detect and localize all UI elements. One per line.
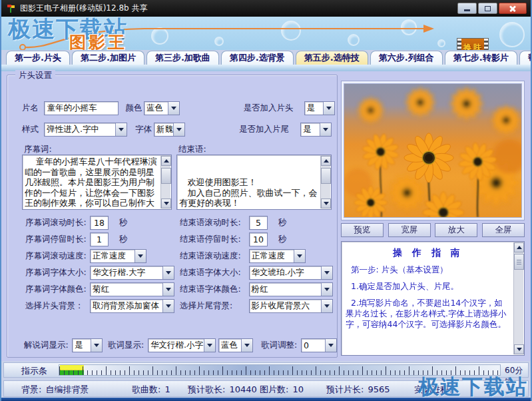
narration-display-select[interactable]: 是 <box>72 338 103 352</box>
epilogue-stay-duration-input[interactable]: 10 <box>249 232 268 246</box>
guide-title: 操 作 指 南 <box>346 247 511 258</box>
chevron-down-icon[interactable] <box>321 300 332 312</box>
statusbar: 背景:自编排背景 歌曲数:1 预计歌长:10440 图片数:10 预计片长:95… <box>3 380 529 397</box>
lyrics-adjust-select[interactable]: 0 <box>301 338 337 352</box>
maximize-button[interactable] <box>478 3 497 14</box>
change-skin-button[interactable]: 换肤 <box>457 38 489 50</box>
chevron-down-icon[interactable] <box>321 266 332 279</box>
font-select[interactable]: 新魏 <box>154 123 185 137</box>
close-button[interactable] <box>499 3 527 14</box>
scroll-down-arrow[interactable] <box>514 344 524 354</box>
tab-step6-combine[interactable]: 第六步.列组合 <box>370 51 443 65</box>
title-color-select[interactable]: 蓝色 <box>144 101 180 115</box>
unit-seconds: 秒 <box>119 234 128 245</box>
add-tail-select[interactable]: 是 <box>300 123 332 137</box>
chevron-down-icon[interactable] <box>204 339 215 352</box>
prologue-font-color-value: 菊红 <box>91 283 162 296</box>
lyrics-adjust-value: 0 <box>302 339 325 352</box>
title-color-value: 蓝色 <box>144 102 168 115</box>
guide-scrollbar[interactable] <box>513 242 523 354</box>
prologue-textarea[interactable]: 童年的小摇车是八十年代程琳演唱的一首歌曲，这里展示的是明星几张靓照。本片是图影王… <box>22 155 172 210</box>
prologue-font-size-select[interactable]: 华文行楷.大字 <box>90 266 174 280</box>
step-tabbar: 第一步.片头 第二步.加图片 第三步.加歌曲 第四步.选背景 第五步.选特技 第… <box>1 50 531 65</box>
zoom-in-button[interactable]: 放大 <box>435 223 477 237</box>
indicator-bar: 指示条 60分钟 <box>3 362 529 378</box>
epilogue-textarea[interactable]: 欢迎使用图影王！ 加入自己的照片、歌曲试一下，会有更好的表现！ <box>176 155 332 210</box>
minimize-icon <box>464 9 470 11</box>
film-name-input[interactable]: 童年的小摇车 <box>44 101 119 115</box>
intro-background-select[interactable]: 取消背景添加窗体 <box>90 299 174 313</box>
tab-step5-effects[interactable]: 第五步.选特技 <box>296 51 368 65</box>
preview-photo <box>344 83 522 218</box>
chevron-down-icon[interactable] <box>162 283 174 296</box>
tab-step1-intro[interactable]: 第一步.片头 <box>6 51 70 65</box>
chevron-down-icon[interactable] <box>323 102 334 115</box>
style-select[interactable]: 弹性进入.字中 <box>44 123 127 137</box>
epilogue-font-color-value: 粉红 <box>250 283 321 296</box>
tail-background-select[interactable]: 影片收尾背景六 <box>249 299 333 313</box>
chevron-down-icon[interactable] <box>91 339 102 352</box>
tab-step4-background[interactable]: 第四步.选背景 <box>221 51 294 65</box>
prologue-scroll-speed-label: 序幕词滚动速度: <box>25 250 90 262</box>
lyrics-display-label: 歌词显示: <box>108 340 148 351</box>
chevron-down-icon[interactable] <box>325 339 336 352</box>
epilogue-font-color-select[interactable]: 粉红 <box>249 282 333 296</box>
epilogue-scroll-speed-select[interactable]: 正常速度 <box>249 249 306 263</box>
lyrics-font-select[interactable]: 华文行楷.小字 <box>148 338 216 352</box>
scroll-up-arrow[interactable] <box>321 156 331 166</box>
tab-step7-convert[interactable]: 第七步.转影片 <box>445 51 517 65</box>
scroll-down-arrow[interactable] <box>161 199 171 208</box>
scroll-thumb[interactable] <box>321 168 331 184</box>
prologue-scroll-duration-label: 序幕词滚动时长: <box>25 217 90 228</box>
status-photo-count: 图片数:10 <box>260 384 304 396</box>
unit-seconds: 秒 <box>278 234 287 245</box>
preview-photo-frame <box>341 81 525 220</box>
prologue-scroll-speed-value: 正常速度 <box>91 250 134 262</box>
scroll-down-arrow[interactable] <box>321 199 331 208</box>
groupbox-title: 片头设置 <box>15 70 55 81</box>
chevron-down-icon[interactable] <box>134 250 146 262</box>
prologue-scrollbar[interactable] <box>160 156 170 208</box>
tab-step2-add-photos[interactable]: 第二步.加图片 <box>72 51 144 65</box>
scroll-up-arrow[interactable] <box>161 156 171 166</box>
chevron-down-icon[interactable] <box>168 102 179 115</box>
add-tail-value: 是 <box>301 123 320 136</box>
fullscreen-button[interactable]: 全屏 <box>482 223 525 237</box>
main-area: 片头设置 片名 童年的小摇车 颜色 蓝色 是否加入片头 是 样式 弹性进入.字中… <box>1 71 531 361</box>
tab-help[interactable]: 帮 助 <box>519 51 532 65</box>
prologue-scroll-speed-select[interactable]: 正常速度 <box>90 249 146 263</box>
narration-display-value: 是 <box>73 339 91 352</box>
minimize-button[interactable] <box>457 3 477 14</box>
add-head-select[interactable]: 是 <box>304 101 335 115</box>
tab-step3-add-music[interactable]: 第三步.加歌曲 <box>146 51 219 65</box>
scroll-up-arrow[interactable] <box>514 242 524 252</box>
chevron-down-icon[interactable] <box>173 123 184 136</box>
lyrics-color-select[interactable]: 蓝色 <box>218 338 253 352</box>
chevron-down-icon[interactable] <box>294 250 305 262</box>
chevron-down-icon[interactable] <box>162 266 174 279</box>
preview-button[interactable]: 预览 <box>341 223 384 237</box>
chevron-down-icon[interactable] <box>321 283 332 296</box>
prologue-font-size-label: 序幕词字体大小: <box>25 267 90 278</box>
app-icon <box>5 3 16 14</box>
prologue-text: 童年的小摇车是八十年代程琳演唱的一首歌曲，这里展示的是明星几张靓照。本片是图影王… <box>25 157 159 208</box>
epilogue-scrollbar[interactable] <box>320 156 330 208</box>
prologue-scroll-duration-input[interactable]: 18 <box>90 216 109 230</box>
chevron-down-icon[interactable] <box>241 339 252 352</box>
scroll-thumb[interactable] <box>161 168 171 184</box>
chevron-down-icon[interactable] <box>162 300 174 312</box>
chevron-down-icon[interactable] <box>320 123 331 136</box>
epilogue-stay-duration-label: 结束语停留时长: <box>180 234 249 245</box>
chevron-down-icon[interactable] <box>115 123 127 136</box>
prologue-font-color-select[interactable]: 菊红 <box>90 282 174 296</box>
scroll-thumb[interactable] <box>514 254 524 270</box>
add-head-value: 是 <box>305 102 323 115</box>
tail-background-value: 影片收尾背景六 <box>250 300 321 312</box>
epilogue-scroll-duration-input[interactable]: 5 <box>249 216 268 230</box>
widescreen-button[interactable]: 宽屏 <box>388 223 431 237</box>
prologue-stay-duration-input[interactable]: 1 <box>90 232 109 246</box>
lyrics-color-value: 蓝色 <box>219 339 241 352</box>
app-window: 图影王电子相册(移动版)12.8b 共享 极速下载站 图影王 换肤 第一步.片头 <box>0 0 532 401</box>
epilogue-font-size-select[interactable]: 华文琥珀.小字 <box>249 266 333 280</box>
prologue-font-color-label: 序幕词字体颜色: <box>25 284 90 295</box>
